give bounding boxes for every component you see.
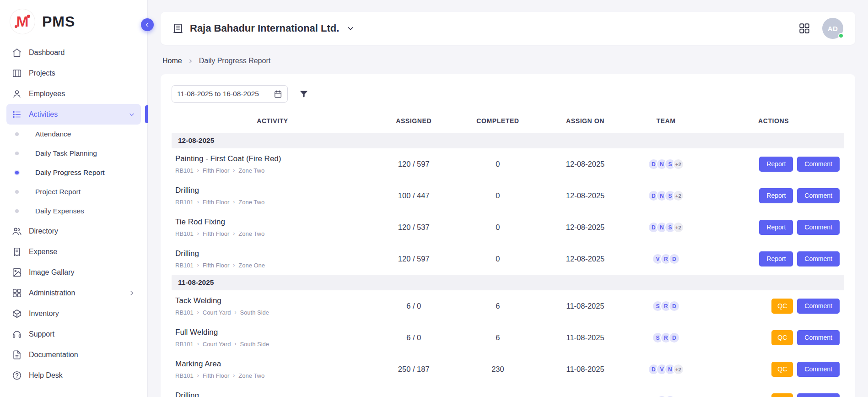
comment-button[interactable]: Comment [797,188,840,203]
activity-path: RB101›Fifth Floor›Zone Two [175,199,370,206]
sidebar-item-expense[interactable]: Expense [6,241,141,262]
chevron-right-icon: › [197,373,199,378]
sidebar-item-support[interactable]: Support [6,324,141,344]
path-segment: Fifth Floor [203,262,230,269]
path-segment: RB101 [175,199,194,206]
qc-button[interactable]: QC [771,362,793,376]
sidebar-item-employees[interactable]: Employees [6,83,141,104]
assign-on-value: 12-08-2025 [541,243,629,275]
assigned-value: 120 / 537 [373,212,454,243]
sidebar-item-dashboard[interactable]: Dashboard [6,42,141,63]
path-segment: Court Yard [203,341,231,348]
sidebar-item-label: Employees [29,90,65,98]
sidebar-item-label: Documentation [29,351,78,359]
assigned-value: 120 / 597 [373,243,454,275]
path-segment: RB101 [175,309,194,316]
report-button[interactable]: Report [759,251,793,266]
topbar-right: AD [798,18,843,39]
sidebar-collapse-button[interactable] [141,18,154,31]
date-group-row: 11-08-2025 [172,275,844,290]
activity-title: Tie Rod Fixing [175,218,370,227]
team-avatar: D [669,332,680,343]
sidebar-item-image-gallary[interactable]: Image Gallary [6,262,141,283]
comment-button[interactable]: Comment [797,251,840,266]
apps-grid-icon[interactable] [798,22,810,34]
table-row: Tie Rod Fixing RB101›Fifth Floor›Zone Tw… [172,212,844,243]
sidebar-item-documentation[interactable]: Documentation [6,344,141,365]
comment-button[interactable]: Comment [797,157,840,171]
assigned-value: 6 / 0 [373,322,454,353]
report-button[interactable]: Report [759,188,793,203]
completed-value: 0 [454,148,541,180]
filter-funnel-icon[interactable] [299,89,309,99]
bullet-dot [15,190,19,194]
report-button[interactable]: Report [759,220,793,234]
sidebar-subitem-daily-progress-report[interactable]: Daily Progress Report [6,163,141,182]
building-icon [173,23,183,34]
report-button[interactable]: Report [759,157,793,171]
path-segment: RB101 [175,167,194,174]
sidebar-item-label: Administration [29,289,75,297]
sidebar-item-directory[interactable]: Directory [6,221,141,241]
column-header-assigned: ASSIGNED [373,110,454,133]
helpdesk-icon [12,370,22,381]
online-status-dot [838,33,844,38]
sidebar-item-help-desk[interactable]: Help Desk [6,365,141,386]
assign-on-value: 12-08-2025 [541,148,629,180]
comment-button[interactable]: Comment [797,362,840,376]
sidebar-item-activities[interactable]: Activities [6,104,141,125]
breadcrumb-home-link[interactable]: Home [162,57,182,65]
comment-button[interactable]: Comment [797,220,840,234]
activity-title: Drilling [175,186,370,195]
assign-on-value: 11-08-2025 [541,290,629,322]
comment-button[interactable]: Comment [797,393,840,397]
sidebar-nav: Dashboard Projects Employees Activities … [6,42,141,386]
comment-button[interactable]: Comment [797,299,840,313]
sidebar-subitem-daily-expenses[interactable]: Daily Expenses [6,201,141,221]
qc-button[interactable]: QC [771,299,793,313]
team-extra-badge: +2 [673,190,684,201]
assign-on-value: 12-08-2025 [541,212,629,243]
qc-button[interactable]: QC [771,393,793,397]
group-date: 12-08-2025 [172,133,844,148]
activity-title: Drilling [175,391,370,397]
chevron-right-icon: › [233,168,235,173]
sidebar-subitem-attendance[interactable]: Attendance [6,125,141,144]
sidebar-item-administration[interactable]: Administration [6,283,141,303]
completed-value: 0 [454,212,541,243]
projects-icon [12,68,22,78]
company-selector[interactable]: Raja Bahadur International Ltd. [173,22,355,34]
row-actions: QCComment [706,299,841,313]
completed-value: 6 [454,290,541,322]
filter-row: 11-08-2025 to 16-08-2025 [172,85,844,103]
sidebar-subitem-daily-task-planning[interactable]: Daily Task Planning [6,144,141,163]
sidebar-item-label: Image Gallary [29,268,75,277]
activity-path: RB101›Fifth Floor›Zone Two [175,230,370,237]
table-header-row: ACTIVITY ASSIGNED COMPLETED ASSIGN ON TE… [172,110,844,133]
sidebar-item-projects[interactable]: Projects [6,63,141,83]
date-range-input[interactable]: 11-08-2025 to 16-08-2025 [172,85,288,103]
chevron-right-icon: › [197,341,199,347]
completed-value: 0 [454,180,541,212]
sidebar-subitem-project-report[interactable]: Project Report [6,182,141,201]
breadcrumb-current: Daily Progress Report [199,57,271,65]
completed-value: 0 [454,243,541,275]
assign-on-value: 11-08-2025 [541,385,629,397]
user-avatar[interactable]: AD [822,18,843,39]
qc-button[interactable]: QC [771,330,793,345]
assigned-value: 250 / 187 [373,353,454,385]
path-segment: Court Yard [203,309,231,316]
column-header-assign-on: ASSIGN ON [541,110,629,133]
activity-path: RB101›Fifth Floor›Zone Two [175,167,370,174]
sidebar-item-inventory[interactable]: Inventory [6,303,141,324]
support-icon [12,329,22,339]
breadcrumb: Home Daily Progress Report [162,57,853,65]
employees-icon [12,89,22,99]
path-segment: RB101 [175,230,194,237]
main-content: Raja Bahadur International Ltd. AD Home … [148,0,868,397]
team-avatars: SRD [633,300,700,312]
comment-button[interactable]: Comment [797,330,840,345]
team-avatar: R [664,395,676,397]
path-segment: Zone Two [238,199,264,206]
chevron-right-icon: › [197,199,199,205]
